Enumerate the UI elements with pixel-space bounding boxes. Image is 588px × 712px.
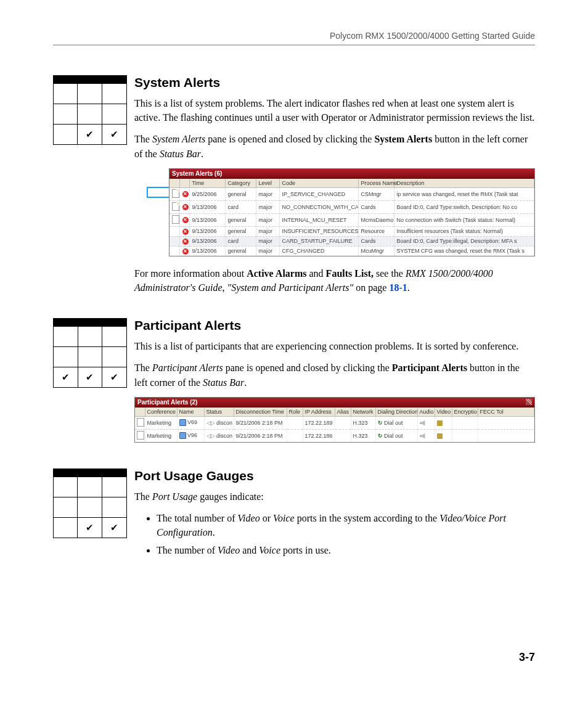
chk-pu-2: ✔ [102,517,126,538]
system-alerts-col-header [179,179,189,188]
page-icon [172,202,179,211]
port-usage-heading: Port Usage Gauges [134,469,535,483]
page-number: 3-7 [53,651,535,664]
system-alerts-p1: This is a list of system problems. The a… [134,96,535,125]
grip-icon [526,399,532,405]
alert-icon: ✕ [182,248,189,255]
participant-alerts-col-header: Conference [145,407,177,417]
chk-pa-1: ✔ [78,367,102,388]
participant-alerts-heading: Participant Alerts [134,318,535,333]
table-row: Marketing V69◁▷ discon9/21/2006 2:18 PM1… [135,416,534,429]
chk-sa-2: ✔ [102,125,126,145]
participant-alerts-check-grid: ✔ ✔ ✔ [53,318,134,388]
table-row: ✕9/13/2006cardmajorNO_CONNECTION_WITH_CA… [169,200,534,213]
page-icon [172,215,179,224]
table-row: ✕9/25/2006generalmajorIP_SERVICE_CHANGED… [169,187,534,200]
system-alerts-col-header [169,179,179,188]
participant-alerts-col-header: Encryptio [452,407,478,417]
chk-sa-0 [54,125,78,145]
table-row: Marketing V96◁▷ discon9/21/2006 2:18 PM1… [135,429,534,442]
system-alerts-panel-title: System Alerts (6) [169,169,534,179]
participant-icon [179,432,186,439]
participant-alerts-col-header: Video [435,407,452,417]
alert-icon: ✕ [182,239,189,245]
port-usage-check-grid: ✔ ✔ [53,469,134,538]
alert-icon: ✕ [182,204,189,210]
participant-alerts-col-header: Role [287,407,303,417]
table-row: ✕9/13/2006generalmajorCFG_CHANGEDMcuMngr… [169,246,534,256]
table-row: ✕9/13/2006cardmajorCARD_STARTUP_FAILUREC… [169,236,534,246]
participant-alerts-col-header: IP Address [303,407,335,417]
chk-pa-2: ✔ [102,367,127,388]
system-alerts-col-header: Process Name [358,179,394,188]
system-alerts-figure: System Alerts (6) TimeCategoryLevelCodeP… [169,168,535,256]
port-usage-bullet-1: The total number of Video or Voice ports… [157,511,535,539]
port-usage-bullet-2: The number of Video and Voice ports in u… [157,543,535,557]
camera-icon [437,433,443,439]
page-icon [172,189,179,198]
participant-alerts-p2: The Participant Alerts pane is opened an… [134,361,535,389]
participant-alerts-col-header: Status [204,407,234,417]
participant-alerts-col-header: Alias [335,407,351,417]
chk-sa-1: ✔ [77,125,102,145]
alert-icon: ✕ [182,217,189,223]
link-18-1[interactable]: 18-1 [389,282,407,293]
system-alerts-heading: System Alerts [134,75,535,90]
system-alerts-col-header: Description [394,179,534,188]
system-alerts-table: TimeCategoryLevelCodeProcess NameDescrip… [169,179,534,256]
tab-icon [137,431,144,440]
alert-icon: ✕ [182,191,189,197]
callout-lines-icon [142,183,169,207]
header-title: Polycom RMX 1500/2000/4000 Getting Start… [53,31,535,46]
participant-alerts-col-header: Dialing Direction [375,407,417,417]
system-alerts-col-header: Level [256,179,279,188]
chk-pu-1: ✔ [77,517,102,538]
participant-alerts-table: ConferenceNameStatusDisconnection TimeRo… [135,407,534,442]
chk-pu-0 [54,517,78,538]
participant-alerts-col-header: Name [177,407,204,417]
system-alerts-p2: The System Alerts pane is opened and clo… [134,132,535,160]
participant-alerts-col-header: FECC Tol [478,407,534,417]
system-alerts-col-header: Category [225,179,256,188]
participant-alerts-col-header: Audio [417,407,435,417]
participant-alerts-col-header: Disconnection Time [234,407,287,417]
table-row: ✕9/13/2006generalmajorINTERNAL_MCU_RESET… [169,213,534,226]
participant-alerts-col-header: Network [351,407,375,417]
participant-alerts-panel-title: Participant Alerts (2) [135,398,534,407]
dial-out-icon: ↻ [378,420,383,426]
speaker-icon [420,420,425,426]
speaker-icon [420,433,425,439]
system-alerts-col-header: Time [189,179,225,188]
alert-icon: ✕ [182,229,189,235]
dial-out-icon: ↻ [378,433,383,439]
chk-pa-0: ✔ [54,367,78,388]
system-alerts-check-grid: ✔ ✔ [53,75,134,145]
port-usage-p1: The Port Usage gauges indicate: [134,489,535,504]
system-alerts-p3: For more information about Active Alarms… [134,266,535,295]
participant-alerts-col-header [135,407,145,417]
system-alerts-col-header: Code [279,179,358,188]
participant-icon [179,419,186,426]
participant-alerts-figure: Participant Alerts (2) ConferenceNameSta… [134,397,535,443]
tab-icon [137,418,144,427]
table-row: ✕9/13/2006generalmajorINSUFFICIENT_RESOU… [169,226,534,236]
participant-alerts-p1: This is a list of participants that are … [134,339,535,353]
camera-icon [437,420,443,426]
